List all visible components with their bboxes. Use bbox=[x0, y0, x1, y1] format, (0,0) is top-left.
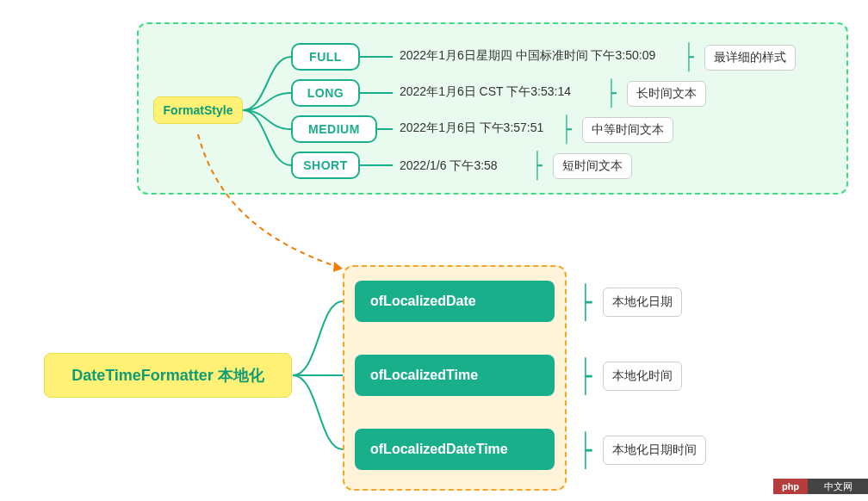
formatstyle-short-example: 2022/1/6 下午3:58 bbox=[400, 158, 498, 174]
oflocalizeddate-note: 本地化日期 bbox=[603, 288, 682, 317]
oflocalizeddate-label: ofLocalizedDate bbox=[370, 294, 476, 309]
formatstyle-root: FormatStyle bbox=[153, 96, 243, 124]
formatstyle-short-label: SHORT bbox=[303, 158, 348, 172]
note-text: 本地化时间 bbox=[612, 368, 673, 384]
bracket-icon: ├ bbox=[580, 429, 592, 470]
oflocalizeddatetime-label: ofLocalizedDateTime bbox=[370, 442, 508, 457]
note-text: 最详细的样式 bbox=[714, 50, 786, 65]
formatstyle-full-label: FULL bbox=[309, 50, 342, 64]
note-text: 本地化日期 bbox=[612, 294, 673, 310]
formatstyle-full: FULL bbox=[291, 43, 360, 71]
formatstyle-long: LONG bbox=[291, 79, 360, 107]
bracket-icon: ├ bbox=[561, 112, 572, 146]
bracket-icon: ├ bbox=[684, 40, 694, 74]
oflocalizedtime-label: ofLocalizedTime bbox=[370, 368, 478, 383]
oflocalizeddate: ofLocalizedDate bbox=[355, 281, 555, 322]
note-text: 长时间文本 bbox=[636, 86, 697, 102]
formatstyle-full-note: 最详细的样式 bbox=[704, 45, 796, 71]
oflocalizeddatetime-note: 本地化日期时间 bbox=[603, 436, 706, 465]
formatstyle-long-label: LONG bbox=[307, 86, 344, 100]
bracket-icon: ├ bbox=[580, 281, 592, 322]
svg-marker-4 bbox=[333, 262, 343, 272]
formatstyle-short-note: 短时间文本 bbox=[553, 153, 632, 179]
formatstyle-medium-note: 中等时间文本 bbox=[582, 117, 673, 143]
oflocalizedtime-note: 本地化时间 bbox=[603, 362, 682, 391]
bracket-icon: ├ bbox=[580, 355, 592, 396]
formatstyle-medium-example: 2022年1月6日 下午3:57:51 bbox=[400, 121, 543, 136]
watermark-right: 中文网 bbox=[808, 479, 868, 494]
oflocalizeddatetime: ofLocalizedDateTime bbox=[355, 429, 555, 470]
formatstyle-full-example: 2022年1月6日星期四 中国标准时间 下午3:50:09 bbox=[400, 48, 655, 64]
note-text: 本地化日期时间 bbox=[612, 442, 697, 458]
note-text: 中等时间文本 bbox=[592, 122, 664, 138]
watermark: php 中文网 bbox=[773, 479, 868, 494]
formatstyle-long-note: 长时间文本 bbox=[627, 81, 706, 107]
bracket-icon: ├ bbox=[606, 76, 617, 110]
note-text: 短时间文本 bbox=[562, 158, 623, 174]
datetimeformatter-root-label: DateTimeFormatter 本地化 bbox=[71, 365, 264, 386]
formatstyle-short: SHORT bbox=[291, 152, 360, 179]
formatstyle-long-example: 2022年1月6日 CST 下午3:53:14 bbox=[400, 84, 571, 100]
datetimeformatter-root: DateTimeFormatter 本地化 bbox=[44, 353, 292, 398]
oflocalizedtime: ofLocalizedTime bbox=[355, 355, 555, 396]
formatstyle-medium-label: MEDIUM bbox=[308, 122, 360, 136]
formatstyle-root-label: FormatStyle bbox=[164, 103, 233, 117]
bracket-icon: ├ bbox=[532, 148, 542, 182]
formatstyle-medium: MEDIUM bbox=[291, 115, 377, 143]
watermark-left: php bbox=[773, 479, 808, 494]
